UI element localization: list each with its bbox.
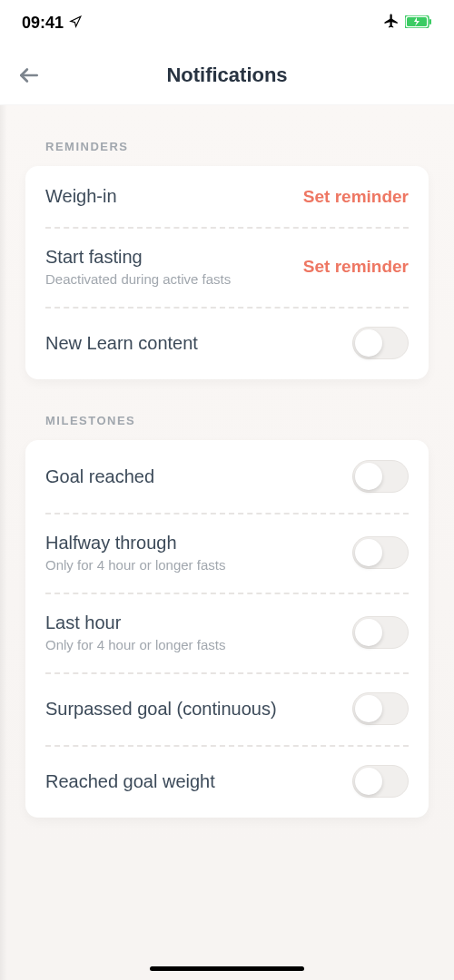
reached-weight-label: Reached goal weight xyxy=(45,771,215,792)
svg-marker-0 xyxy=(71,16,81,26)
status-bar: 09:41 xyxy=(0,0,454,45)
header: Notifications xyxy=(0,45,454,105)
toggle-new-learn[interactable] xyxy=(352,327,409,359)
set-reminder-start-fasting[interactable]: Set reminder xyxy=(303,257,409,277)
airplane-mode-icon xyxy=(383,13,400,34)
arrow-left-icon xyxy=(17,64,41,87)
svg-rect-3 xyxy=(429,19,431,24)
content: REMINDERS Weigh-in Set reminder Start fa… xyxy=(0,105,454,845)
toggle-halfway[interactable] xyxy=(352,536,409,569)
row-new-learn: New Learn content xyxy=(25,307,429,379)
status-right xyxy=(383,13,432,34)
last-hour-label: Last hour xyxy=(45,612,225,633)
home-indicator[interactable] xyxy=(150,966,304,971)
card-milestones: Goal reached Halfway through Only for 4 … xyxy=(25,440,429,818)
section-header-milestones: MILESTONES xyxy=(0,379,454,440)
status-left: 09:41 xyxy=(22,14,82,33)
card-reminders: Weigh-in Set reminder Start fasting Deac… xyxy=(25,166,429,379)
location-icon xyxy=(69,14,82,33)
toggle-knob xyxy=(355,329,382,357)
row-halfway: Halfway through Only for 4 hour or longe… xyxy=(25,513,429,593)
section-header-reminders: REMINDERS xyxy=(0,105,454,166)
page-title: Notifications xyxy=(0,64,454,87)
row-last-hour: Last hour Only for 4 hour or longer fast… xyxy=(25,593,429,672)
toggle-surpassed[interactable] xyxy=(352,692,409,725)
toggle-reached-weight[interactable] xyxy=(352,765,409,798)
row-start-fasting: Start fasting Deactivated during active … xyxy=(25,227,429,307)
toggle-knob xyxy=(355,539,382,566)
back-button[interactable] xyxy=(13,59,45,92)
row-goal-reached: Goal reached xyxy=(25,440,429,513)
toggle-goal-reached[interactable] xyxy=(352,460,409,493)
toggle-last-hour[interactable] xyxy=(352,616,409,649)
new-learn-label: New Learn content xyxy=(45,333,198,354)
row-weigh-in: Weigh-in Set reminder xyxy=(25,166,429,227)
toggle-knob xyxy=(355,695,382,722)
halfway-sub: Only for 4 hour or longer fasts xyxy=(45,557,225,573)
row-surpassed: Surpassed goal (continuous) xyxy=(25,672,429,745)
halfway-label: Halfway through xyxy=(45,533,225,554)
toggle-knob xyxy=(355,768,382,795)
weigh-in-label: Weigh-in xyxy=(45,186,117,207)
last-hour-sub: Only for 4 hour or longer fasts xyxy=(45,637,225,652)
surpassed-label: Surpassed goal (continuous) xyxy=(45,699,277,720)
goal-reached-label: Goal reached xyxy=(45,466,154,487)
battery-charging-icon xyxy=(405,14,432,33)
row-reached-weight: Reached goal weight xyxy=(25,745,429,818)
set-reminder-weigh-in[interactable]: Set reminder xyxy=(303,187,409,207)
start-fasting-sub: Deactivated during active fasts xyxy=(45,271,231,287)
toggle-knob xyxy=(355,619,382,646)
status-time: 09:41 xyxy=(22,14,64,33)
toggle-knob xyxy=(355,463,382,490)
start-fasting-label: Start fasting xyxy=(45,247,231,268)
